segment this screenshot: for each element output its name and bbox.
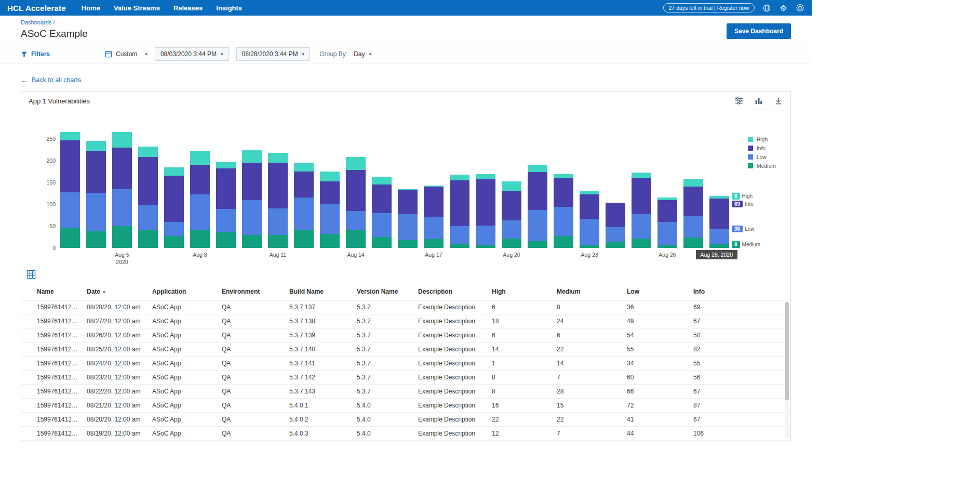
bar-segment-low[interactable] [580, 219, 599, 245]
bar-segment-medium[interactable] [657, 245, 677, 248]
bar-segment-info[interactable] [346, 170, 366, 211]
table-row[interactable]: 159976141208608/19/20, 12:00 amASoC AppQ… [21, 427, 790, 441]
table-row[interactable]: 159976141209808/22/20, 12:00 amASoC AppQ… [21, 385, 790, 399]
bar-aug-10[interactable] [242, 139, 262, 248]
nav-item-value-streams[interactable]: Value Streams [114, 4, 160, 12]
bar-segment-high[interactable] [346, 157, 366, 170]
legend-item-info[interactable]: Info [748, 145, 776, 151]
bar-segment-info[interactable] [320, 181, 340, 205]
bar-segment-low[interactable] [216, 209, 236, 232]
bar-segment-low[interactable] [60, 192, 80, 228]
bar-segment-high[interactable] [580, 191, 599, 194]
bar-segment-medium[interactable] [683, 238, 703, 248]
bar-segment-high[interactable] [528, 165, 547, 172]
bar-segment-info[interactable] [86, 151, 106, 193]
bar-segment-info[interactable] [528, 172, 547, 210]
bar-aug-12[interactable] [294, 139, 314, 248]
bar-segment-medium[interactable] [216, 232, 236, 248]
bar-segment-high[interactable] [86, 141, 106, 151]
date-range-preset-select[interactable]: Custom ▾ [105, 50, 147, 58]
bar-segment-medium[interactable] [164, 236, 184, 248]
bar-segment-info[interactable] [372, 185, 392, 213]
bar-segment-high[interactable] [476, 174, 495, 179]
table-grid-icon[interactable] [26, 270, 36, 279]
bar-segment-medium[interactable] [294, 230, 314, 248]
column-header-version-name[interactable]: Version Name [353, 283, 414, 300]
bar-segment-low[interactable] [190, 194, 210, 231]
bar-chart-icon[interactable] [754, 96, 763, 106]
bar-segment-medium[interactable] [60, 228, 80, 248]
bar-aug-17[interactable]: Aug 17 [424, 139, 444, 248]
bar-segment-info[interactable] [657, 200, 677, 222]
bar-aug-7[interactable] [164, 139, 184, 248]
table-scrollbar-thumb[interactable] [785, 302, 789, 400]
bar-aug-26[interactable]: Aug 26 [657, 139, 677, 248]
download-icon[interactable] [774, 96, 783, 106]
bar-segment-high[interactable] [683, 179, 703, 187]
bar-segment-low[interactable] [657, 222, 677, 245]
bar-segment-medium[interactable] [372, 237, 392, 248]
column-header-build-name[interactable]: Build Name [285, 283, 353, 300]
bar-segment-low[interactable] [398, 214, 418, 240]
bar-segment-info[interactable] [476, 179, 495, 226]
bar-aug-3[interactable] [60, 139, 80, 248]
bar-segment-low[interactable] [112, 189, 132, 226]
bar-aug-8[interactable]: Aug 8 [190, 139, 210, 248]
bar-aug-19[interactable] [476, 139, 495, 248]
nav-item-home[interactable]: Home [82, 4, 100, 12]
start-date-input[interactable]: 08/03/2020 3:44 PM ▾ [155, 47, 229, 61]
table-row[interactable]: 159976141211208/27/20, 12:00 amASoC AppQ… [21, 314, 790, 328]
bar-segment-high[interactable] [450, 175, 469, 180]
bar-segment-medium[interactable] [502, 239, 521, 248]
bar-segment-low[interactable] [372, 213, 392, 237]
bar-segment-medium[interactable] [606, 242, 625, 248]
bar-segment-low[interactable] [528, 210, 547, 242]
column-header-application[interactable]: Application [148, 283, 218, 300]
save-dashboard-button[interactable]: Save Dashboard [727, 23, 791, 39]
nav-item-releases[interactable]: Releases [173, 4, 203, 12]
globe-icon[interactable] [762, 4, 771, 12]
bar-aug-21[interactable] [528, 139, 547, 248]
bar-segment-high[interactable] [242, 150, 262, 163]
bar-segment-medium[interactable] [476, 245, 495, 248]
table-row[interactable]: 159976141211408/28/20, 12:00 amASoC AppQ… [21, 300, 790, 314]
bar-segment-medium[interactable] [112, 226, 132, 248]
bar-segment-info[interactable] [606, 203, 625, 227]
bar-aug-25[interactable] [632, 139, 651, 248]
bar-segment-info[interactable] [242, 163, 262, 200]
bar-segment-low[interactable] [632, 214, 651, 238]
column-header-high[interactable]: High [488, 283, 553, 300]
column-header-info[interactable]: Info [689, 283, 790, 300]
bar-segment-high[interactable] [138, 147, 158, 157]
bar-aug-20[interactable]: Aug 20 [502, 139, 521, 248]
column-header-date[interactable]: Date▾ [83, 283, 148, 300]
bar-segment-info[interactable] [398, 190, 418, 214]
table-row[interactable]: 159976141210208/24/20, 12:00 amASoC AppQ… [21, 357, 790, 371]
bar-segment-high[interactable] [216, 162, 236, 169]
bar-segment-medium[interactable] [268, 235, 288, 248]
table-row[interactable]: 159976141210008/23/20, 12:00 amASoC AppQ… [21, 371, 790, 385]
legend-item-high[interactable]: High [748, 136, 776, 142]
bar-segment-info[interactable] [138, 157, 158, 205]
bar-aug-27[interactable] [683, 139, 703, 248]
breadcrumb[interactable]: Dashboards / [21, 19, 55, 25]
table-row[interactable]: 159976141209308/20/20, 12:00 amASoC AppQ… [21, 413, 790, 427]
bar-segment-low[interactable] [164, 222, 184, 236]
bar-aug-15[interactable] [372, 139, 392, 248]
bar-segment-medium[interactable] [398, 240, 418, 248]
bar-aug-5[interactable]: Aug 5 2020 [112, 139, 132, 248]
bar-segment-medium[interactable] [450, 244, 469, 248]
group-by-select[interactable]: Day ▾ [354, 50, 371, 58]
bar-segment-info[interactable] [554, 178, 573, 207]
bar-aug-28[interactable] [709, 139, 729, 248]
bar-segment-medium[interactable] [528, 241, 547, 248]
bar-segment-info[interactable] [216, 168, 236, 209]
bar-segment-medium[interactable] [346, 230, 366, 248]
column-header-low[interactable]: Low [623, 283, 689, 300]
bar-aug-23[interactable]: Aug 23 [580, 139, 599, 248]
column-header-medium[interactable]: Medium [553, 283, 623, 300]
bar-segment-low[interactable] [242, 200, 262, 235]
table-row[interactable]: 159976141210308/25/20, 12:00 amASoC AppQ… [21, 343, 790, 357]
bar-segment-info[interactable] [112, 148, 132, 189]
bar-segment-high[interactable] [372, 177, 392, 185]
